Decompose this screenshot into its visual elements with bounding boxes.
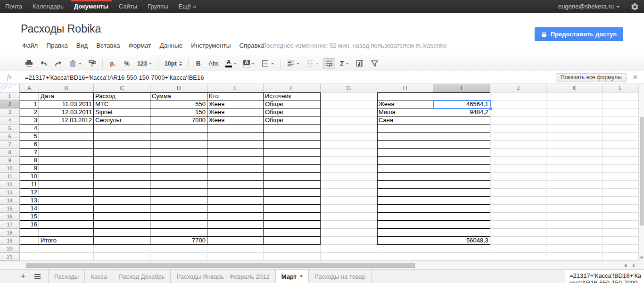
cell-E12[interactable] [207, 181, 264, 189]
cell-G9[interactable] [321, 157, 377, 165]
cell-E11[interactable] [207, 173, 264, 181]
cell-A10[interactable]: 9 [20, 165, 39, 173]
account-menu[interactable]: eugene@shekera.ru [553, 0, 625, 13]
sheet-tab-2[interactable]: Касса [85, 270, 113, 283]
cell-H2[interactable]: Женя [377, 100, 433, 108]
cell-L5[interactable] [603, 125, 638, 133]
top-nav-2[interactable]: Календарь [27, 0, 69, 13]
sheet-tab-5[interactable]: Март [276, 270, 309, 283]
row-header-14[interactable]: 14 [0, 197, 20, 205]
row-header-21[interactable]: 21 [0, 253, 20, 261]
cell-B21[interactable] [39, 253, 94, 261]
cell-D21[interactable] [150, 253, 207, 261]
cell-E6[interactable] [207, 133, 264, 141]
cell-A17[interactable]: 16 [20, 221, 39, 229]
column-header-H[interactable]: H [377, 84, 433, 92]
cell-I7[interactable] [433, 141, 490, 149]
column-header-L[interactable]: L [603, 84, 638, 92]
formula-input[interactable]: =21317+'Касса'!BD16+'Касса'!AR16-550-150… [25, 74, 556, 81]
row-header-16[interactable]: 16 [0, 213, 20, 221]
cell-E16[interactable] [207, 213, 264, 221]
cell-F7[interactable] [264, 141, 321, 149]
cell-H3[interactable]: Миша [377, 108, 433, 117]
cell-C19[interactable] [94, 237, 150, 245]
cell-J17[interactable] [490, 221, 546, 229]
top-nav-6[interactable]: Ещё » [173, 0, 201, 13]
vertical-scrollbar[interactable] [638, 84, 644, 261]
cell-G4[interactable] [321, 117, 377, 125]
cell-E2[interactable]: Женя [207, 100, 264, 108]
scroll-left-arrow-icon[interactable] [622, 262, 629, 268]
number-format-button[interactable]: 123 [135, 58, 154, 69]
cell-D11[interactable] [150, 173, 207, 181]
cell-G3[interactable] [321, 108, 377, 117]
menu-4[interactable]: Вставка [92, 41, 124, 50]
cell-E9[interactable] [207, 157, 264, 165]
cell-E8[interactable] [207, 149, 264, 157]
cell-C6[interactable] [94, 133, 150, 141]
sheet-list-button[interactable] [30, 270, 44, 283]
cell-C2[interactable]: МТС [94, 100, 150, 108]
cell-J7[interactable] [490, 141, 546, 149]
cell-C10[interactable] [94, 165, 150, 173]
cell-I18[interactable] [433, 229, 490, 237]
cell-B16[interactable] [39, 213, 94, 221]
cell-B5[interactable] [39, 125, 94, 133]
cell-K19[interactable] [546, 237, 603, 245]
cell-F19[interactable] [264, 237, 321, 245]
cell-A18[interactable] [20, 229, 39, 237]
cell-E14[interactable] [207, 197, 264, 205]
cell-G13[interactable] [321, 189, 377, 197]
row-header-6[interactable]: 6 [0, 133, 20, 141]
menu-5[interactable]: Формат [124, 41, 155, 50]
cell-G21[interactable] [321, 253, 377, 261]
cell-K2[interactable] [546, 100, 603, 108]
column-header-I[interactable]: I [433, 84, 490, 92]
cell-K14[interactable] [546, 197, 603, 205]
cell-F10[interactable] [264, 165, 321, 173]
cell-G1[interactable] [321, 92, 377, 100]
cell-A6[interactable]: 5 [20, 133, 39, 141]
cell-E17[interactable] [207, 221, 264, 229]
column-header-C[interactable]: C [94, 84, 150, 92]
cell-G6[interactable] [321, 133, 377, 141]
cell-A19[interactable] [20, 237, 39, 245]
cell-C13[interactable] [94, 189, 150, 197]
cell-I14[interactable] [433, 197, 490, 205]
cell-J13[interactable] [490, 189, 546, 197]
cell-L1[interactable] [603, 92, 638, 100]
cell-L6[interactable] [603, 133, 638, 141]
sheet-tab-6[interactable]: Расходы на товар [309, 270, 372, 283]
cell-A12[interactable]: 11 [20, 181, 39, 189]
cell-G5[interactable] [321, 125, 377, 133]
cell-I17[interactable] [433, 221, 490, 229]
cell-L9[interactable] [603, 157, 638, 165]
cell-I9[interactable] [433, 157, 490, 165]
cell-D8[interactable] [150, 149, 207, 157]
cell-H14[interactable] [377, 197, 433, 205]
cell-B15[interactable] [39, 205, 94, 213]
cell-L11[interactable] [603, 173, 638, 181]
paint-format-button[interactable] [86, 58, 98, 69]
cell-C17[interactable] [94, 221, 150, 229]
text-color-button[interactable]: A [223, 58, 239, 69]
cell-I8[interactable] [433, 149, 490, 157]
column-header-A[interactable]: A [20, 84, 39, 92]
cell-B18[interactable] [39, 229, 94, 237]
cell-A11[interactable]: 10 [20, 173, 39, 181]
row-header-15[interactable]: 15 [0, 205, 20, 213]
cell-G10[interactable] [321, 165, 377, 173]
cell-D12[interactable] [150, 181, 207, 189]
cell-D6[interactable] [150, 133, 207, 141]
settings-button[interactable] [625, 0, 644, 13]
cell-D7[interactable] [150, 141, 207, 149]
cell-F17[interactable] [264, 221, 321, 229]
bold-button[interactable]: B [193, 58, 204, 69]
row-header-9[interactable]: 9 [0, 157, 20, 165]
cell-J18[interactable] [490, 229, 546, 237]
row-header-13[interactable]: 13 [0, 189, 20, 197]
cell-C3[interactable]: Sipnet [94, 108, 150, 117]
cell-J15[interactable] [490, 205, 546, 213]
cell-A4[interactable]: 3 [20, 117, 39, 125]
cell-K7[interactable] [546, 141, 603, 149]
